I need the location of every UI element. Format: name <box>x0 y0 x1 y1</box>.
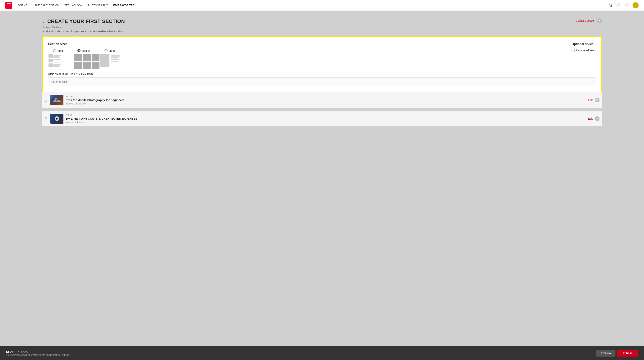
svg-rect-28 <box>110 55 120 56</box>
svg-rect-19 <box>54 65 59 66</box>
draft-label: DRAFT <box>6 350 16 353</box>
svg-rect-24 <box>74 62 82 69</box>
article-edit-button[interactable]: Edit <box>588 98 593 102</box>
video-edit-button[interactable]: Edit <box>588 117 593 120</box>
radio-large <box>104 49 108 52</box>
numbered-items-checkbox[interactable] <box>572 49 574 52</box>
medium-preview <box>74 54 95 68</box>
small-preview <box>48 54 69 68</box>
nav-photography[interactable]: PHOTOGRAPHY <box>88 4 108 7</box>
size-option-medium[interactable]: Medium <box>74 49 95 68</box>
section-title-row: ⌄ CREATE YOUR FIRST SECTION <box>42 18 125 24</box>
radio-small <box>53 49 56 52</box>
article-remove-button[interactable]: ✕ <box>595 98 600 102</box>
svg-rect-5 <box>625 4 626 5</box>
svg-rect-13 <box>48 59 53 62</box>
section-config-box: Section size: Small <box>42 36 602 92</box>
nav-technology[interactable]: TECHNOLOGY <box>64 4 82 7</box>
section-size-panel: Section size: Small <box>48 42 120 68</box>
section-header: ⌄ CREATE YOUR FIRST SECTION Collapse sec… <box>42 18 602 24</box>
svg-rect-2 <box>7 6 8 6</box>
svg-point-3 <box>609 4 612 6</box>
svg-rect-7 <box>625 6 626 7</box>
svg-rect-6 <box>627 4 628 5</box>
size-styles-row: Section size: Small <box>48 42 596 68</box>
bottom-bar: DRAFT • Saved Your Storyboard won't be v… <box>0 346 644 360</box>
preview-button[interactable]: Preview <box>596 350 616 356</box>
video-thumbnail <box>50 114 64 124</box>
size-option-large[interactable]: Large <box>100 49 120 68</box>
optional-styles-label: Optional styles: <box>572 42 596 46</box>
section-title: CREATE YOUR FIRST SECTION <box>47 18 125 24</box>
svg-rect-26 <box>92 62 100 69</box>
svg-rect-25 <box>83 62 91 69</box>
svg-rect-10 <box>54 55 61 56</box>
svg-line-4 <box>611 6 612 7</box>
url-input[interactable] <box>48 78 596 86</box>
svg-rect-16 <box>54 62 60 62</box>
svg-rect-12 <box>54 57 60 58</box>
grid-icon[interactable] <box>624 3 629 8</box>
nav-for-you[interactable]: FOR YOU <box>18 4 29 7</box>
svg-rect-30 <box>110 59 119 60</box>
nav-edit-favorites[interactable]: EDIT FAVORITES <box>113 4 134 7</box>
svg-rect-18 <box>54 64 61 65</box>
item-row-article: Article Tips for Mobile Photography for … <box>42 92 602 108</box>
edit-icon[interactable] <box>616 3 620 8</box>
size-medium-label: Medium <box>82 49 91 52</box>
svg-rect-15 <box>54 60 59 61</box>
section-size-label: Section size: <box>48 42 120 46</box>
collapse-section-row: Collapse section ✕ <box>576 18 602 23</box>
svg-rect-23 <box>92 54 100 61</box>
collapse-section-link[interactable]: Collapse section <box>576 19 595 22</box>
chevron-down-icon[interactable]: ⌄ <box>42 19 45 24</box>
article-title: Tips for Mobile Photography for Beginner… <box>66 98 585 102</box>
video-remove-button[interactable]: ✕ <box>595 116 600 121</box>
user-avatar[interactable]: L <box>632 2 639 8</box>
item-row-video: Video RV LIFE: TOP 5 COSTS & UNEXPECTED … <box>42 111 602 126</box>
radio-medium <box>78 49 80 52</box>
drag-handle-article[interactable] <box>44 98 48 102</box>
video-title: RV LIFE: TOP 5 COSTS & UNEXPECTED EXPENS… <box>66 117 585 120</box>
nav-right: L <box>608 2 639 8</box>
video-info: Video RV LIFE: TOP 5 COSTS & UNEXPECTED … <box>66 114 585 124</box>
section-meta: 1 item • Medium <box>43 26 602 29</box>
svg-rect-20 <box>54 66 60 67</box>
large-preview <box>100 54 120 68</box>
numbered-items-option[interactable]: Numbered items <box>572 49 596 52</box>
article-thumbnail <box>50 95 64 105</box>
svg-rect-0 <box>7 4 11 4</box>
video-actions: Edit ✕ <box>588 116 600 121</box>
search-icon[interactable] <box>608 3 612 8</box>
flipboard-logo[interactable] <box>5 2 12 9</box>
draft-info: DRAFT • Saved Your Storyboard won't be v… <box>6 350 588 356</box>
svg-rect-8 <box>627 6 628 7</box>
more-options-button[interactable]: ⋮ <box>588 351 592 356</box>
close-section-button[interactable]: ✕ <box>597 18 602 23</box>
article-type: Article <box>66 95 585 98</box>
svg-point-32 <box>55 98 57 100</box>
section-description: Add a short description for your section… <box>43 30 602 33</box>
svg-rect-9 <box>48 54 53 58</box>
video-type: Video <box>66 114 585 116</box>
main-content: ⌄ CREATE YOUR FIRST SECTION Collapse sec… <box>0 11 644 360</box>
publish-button[interactable]: Publish <box>617 350 638 356</box>
saved-label: Saved <box>21 350 28 353</box>
nav-links: FOR YOU THE DAILY EDITION TECHNOLOGY PHO… <box>18 4 608 7</box>
svg-rect-17 <box>48 64 53 67</box>
size-large-label: Large <box>109 49 116 52</box>
article-actions: Edit ✕ <box>588 98 600 102</box>
svg-rect-14 <box>54 59 61 60</box>
svg-rect-22 <box>83 54 91 61</box>
numbered-items-label: Numbered items <box>576 49 596 52</box>
nav-daily-edition[interactable]: THE DAILY EDITION <box>35 4 59 7</box>
drag-handle-video[interactable] <box>44 116 48 121</box>
svg-rect-1 <box>7 4 10 5</box>
svg-rect-21 <box>74 54 82 61</box>
navbar: FOR YOU THE DAILY EDITION TECHNOLOGY PHO… <box>0 0 644 11</box>
article-source: Lifewire - Brad Puet <box>66 102 585 105</box>
svg-rect-29 <box>110 57 118 58</box>
size-option-small[interactable]: Small <box>48 49 69 68</box>
add-item-label: ADD NEW ITEM TO THIS SECTION <box>48 72 596 75</box>
article-info: Article Tips for Mobile Photography for … <box>66 95 585 105</box>
